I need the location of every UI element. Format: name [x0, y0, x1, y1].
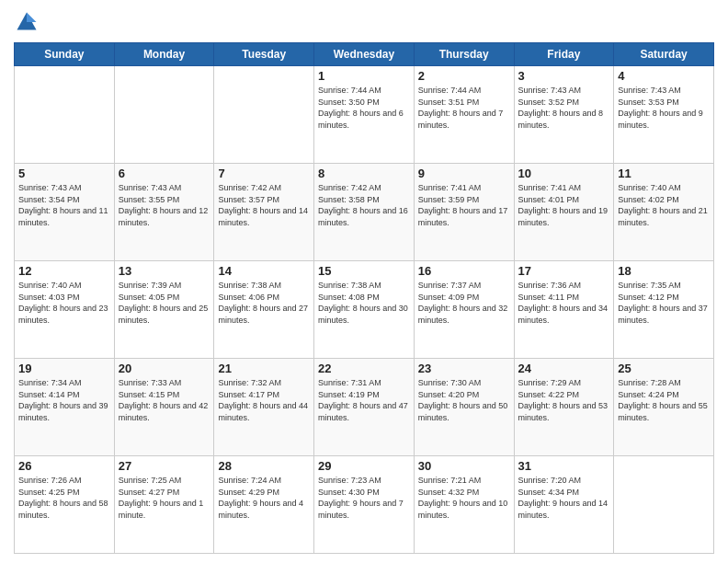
logo-icon: [14, 9, 40, 35]
calendar-cell: 16Sunrise: 7:37 AM Sunset: 4:09 PM Dayli…: [414, 261, 514, 359]
calendar-week-0: 1Sunrise: 7:44 AM Sunset: 3:50 PM Daylig…: [15, 66, 714, 164]
day-info: Sunrise: 7:33 AM Sunset: 4:15 PM Dayligh…: [119, 377, 210, 423]
day-number: 7: [218, 167, 310, 180]
day-info: Sunrise: 7:38 AM Sunset: 4:06 PM Dayligh…: [218, 280, 310, 326]
day-info: Sunrise: 7:30 AM Sunset: 4:20 PM Dayligh…: [418, 377, 510, 423]
calendar-cell: [15, 66, 115, 164]
day-info: Sunrise: 7:26 AM Sunset: 4:25 PM Dayligh…: [18, 475, 110, 521]
day-info: Sunrise: 7:38 AM Sunset: 4:08 PM Dayligh…: [318, 280, 410, 326]
calendar-cell: 7Sunrise: 7:42 AM Sunset: 3:57 PM Daylig…: [214, 164, 314, 261]
day-info: Sunrise: 7:25 AM Sunset: 4:27 PM Dayligh…: [119, 475, 210, 521]
day-number: 14: [218, 264, 310, 278]
calendar-cell: 3Sunrise: 7:43 AM Sunset: 3:52 PM Daylig…: [514, 66, 614, 164]
day-info: Sunrise: 7:36 AM Sunset: 4:11 PM Dayligh…: [518, 280, 610, 326]
day-number: 6: [119, 167, 210, 180]
calendar-cell: 10Sunrise: 7:41 AM Sunset: 4:01 PM Dayli…: [514, 164, 614, 261]
day-info: Sunrise: 7:24 AM Sunset: 4:29 PM Dayligh…: [218, 475, 310, 521]
calendar-cell: [114, 66, 214, 164]
day-number: 25: [618, 362, 710, 375]
day-info: Sunrise: 7:37 AM Sunset: 4:09 PM Dayligh…: [418, 280, 510, 326]
day-info: Sunrise: 7:42 AM Sunset: 3:58 PM Dayligh…: [318, 182, 410, 228]
day-info: Sunrise: 7:29 AM Sunset: 4:22 PM Dayligh…: [518, 377, 610, 423]
calendar-cell: 1Sunrise: 7:44 AM Sunset: 3:50 PM Daylig…: [314, 66, 415, 164]
day-number: 24: [518, 362, 610, 375]
day-number: 31: [518, 459, 610, 473]
day-number: 13: [119, 264, 210, 278]
calendar-cell: 11Sunrise: 7:40 AM Sunset: 4:02 PM Dayli…: [614, 164, 714, 261]
page: SundayMondayTuesdayWednesdayThursdayFrid…: [0, 0, 728, 563]
calendar-cell: 19Sunrise: 7:34 AM Sunset: 4:14 PM Dayli…: [15, 359, 115, 456]
calendar-cell: 26Sunrise: 7:26 AM Sunset: 4:25 PM Dayli…: [15, 456, 115, 554]
day-info: Sunrise: 7:41 AM Sunset: 4:01 PM Dayligh…: [518, 182, 610, 228]
weekday-header-saturday: Saturday: [614, 43, 714, 66]
day-info: Sunrise: 7:21 AM Sunset: 4:32 PM Dayligh…: [418, 475, 510, 521]
calendar-week-2: 12Sunrise: 7:40 AM Sunset: 4:03 PM Dayli…: [15, 261, 714, 359]
calendar-cell: 8Sunrise: 7:42 AM Sunset: 3:58 PM Daylig…: [314, 164, 415, 261]
weekday-header-friday: Friday: [514, 43, 614, 66]
calendar-body: 1Sunrise: 7:44 AM Sunset: 3:50 PM Daylig…: [15, 66, 714, 554]
day-info: Sunrise: 7:42 AM Sunset: 3:57 PM Dayligh…: [218, 182, 310, 228]
day-number: 15: [318, 264, 410, 278]
day-number: 21: [218, 362, 310, 375]
calendar-cell: 15Sunrise: 7:38 AM Sunset: 4:08 PM Dayli…: [314, 261, 415, 359]
calendar-cell: 22Sunrise: 7:31 AM Sunset: 4:19 PM Dayli…: [314, 359, 415, 456]
day-number: 1: [318, 69, 410, 83]
day-info: Sunrise: 7:44 AM Sunset: 3:50 PM Dayligh…: [318, 85, 410, 131]
day-info: Sunrise: 7:43 AM Sunset: 3:53 PM Dayligh…: [618, 85, 710, 131]
calendar-cell: 23Sunrise: 7:30 AM Sunset: 4:20 PM Dayli…: [414, 359, 514, 456]
day-number: 22: [318, 362, 410, 375]
calendar-week-4: 26Sunrise: 7:26 AM Sunset: 4:25 PM Dayli…: [15, 456, 714, 554]
day-number: 10: [518, 167, 610, 180]
day-number: 19: [18, 362, 110, 375]
day-info: Sunrise: 7:20 AM Sunset: 4:34 PM Dayligh…: [518, 475, 610, 521]
calendar-cell: 31Sunrise: 7:20 AM Sunset: 4:34 PM Dayli…: [514, 456, 614, 554]
day-info: Sunrise: 7:40 AM Sunset: 4:02 PM Dayligh…: [618, 182, 710, 228]
calendar-cell: [614, 456, 714, 554]
calendar-week-1: 5Sunrise: 7:43 AM Sunset: 3:54 PM Daylig…: [15, 164, 714, 261]
calendar-cell: 25Sunrise: 7:28 AM Sunset: 4:24 PM Dayli…: [614, 359, 714, 456]
calendar-cell: 18Sunrise: 7:35 AM Sunset: 4:12 PM Dayli…: [614, 261, 714, 359]
day-number: 16: [418, 264, 510, 278]
day-info: Sunrise: 7:43 AM Sunset: 3:52 PM Dayligh…: [518, 85, 610, 131]
day-number: 2: [418, 69, 510, 83]
weekday-header-sunday: Sunday: [15, 43, 115, 66]
day-number: 8: [318, 167, 410, 180]
calendar-cell: [214, 66, 314, 164]
day-number: 23: [418, 362, 510, 375]
calendar-cell: 24Sunrise: 7:29 AM Sunset: 4:22 PM Dayli…: [514, 359, 614, 456]
day-info: Sunrise: 7:43 AM Sunset: 3:55 PM Dayligh…: [119, 182, 210, 228]
calendar-cell: 13Sunrise: 7:39 AM Sunset: 4:05 PM Dayli…: [114, 261, 214, 359]
calendar-cell: 12Sunrise: 7:40 AM Sunset: 4:03 PM Dayli…: [15, 261, 115, 359]
day-number: 9: [418, 167, 510, 180]
day-info: Sunrise: 7:23 AM Sunset: 4:30 PM Dayligh…: [318, 475, 410, 521]
weekday-header-wednesday: Wednesday: [314, 43, 415, 66]
day-number: 12: [18, 264, 110, 278]
day-info: Sunrise: 7:41 AM Sunset: 3:59 PM Dayligh…: [418, 182, 510, 228]
weekday-header-tuesday: Tuesday: [214, 43, 314, 66]
calendar-cell: 21Sunrise: 7:32 AM Sunset: 4:17 PM Dayli…: [214, 359, 314, 456]
day-info: Sunrise: 7:39 AM Sunset: 4:05 PM Dayligh…: [119, 280, 210, 326]
calendar-header: SundayMondayTuesdayWednesdayThursdayFrid…: [15, 43, 714, 66]
day-number: 30: [418, 459, 510, 473]
calendar-cell: 30Sunrise: 7:21 AM Sunset: 4:32 PM Dayli…: [414, 456, 514, 554]
svg-marker-1: [27, 13, 37, 23]
day-info: Sunrise: 7:32 AM Sunset: 4:17 PM Dayligh…: [218, 377, 310, 423]
calendar-table: SundayMondayTuesdayWednesdayThursdayFrid…: [14, 42, 714, 554]
calendar-cell: 6Sunrise: 7:43 AM Sunset: 3:55 PM Daylig…: [114, 164, 214, 261]
weekday-row: SundayMondayTuesdayWednesdayThursdayFrid…: [15, 43, 714, 66]
day-info: Sunrise: 7:34 AM Sunset: 4:14 PM Dayligh…: [18, 377, 110, 423]
day-number: 4: [618, 69, 710, 83]
calendar-cell: 14Sunrise: 7:38 AM Sunset: 4:06 PM Dayli…: [214, 261, 314, 359]
header: [14, 9, 714, 35]
calendar-week-3: 19Sunrise: 7:34 AM Sunset: 4:14 PM Dayli…: [15, 359, 714, 456]
day-info: Sunrise: 7:40 AM Sunset: 4:03 PM Dayligh…: [18, 280, 110, 326]
calendar-cell: 5Sunrise: 7:43 AM Sunset: 3:54 PM Daylig…: [15, 164, 115, 261]
day-number: 29: [318, 459, 410, 473]
day-number: 5: [18, 167, 110, 180]
calendar-cell: 9Sunrise: 7:41 AM Sunset: 3:59 PM Daylig…: [414, 164, 514, 261]
day-number: 20: [119, 362, 210, 375]
calendar-cell: 28Sunrise: 7:24 AM Sunset: 4:29 PM Dayli…: [214, 456, 314, 554]
weekday-header-thursday: Thursday: [414, 43, 514, 66]
logo: [14, 9, 43, 35]
day-number: 28: [218, 459, 310, 473]
